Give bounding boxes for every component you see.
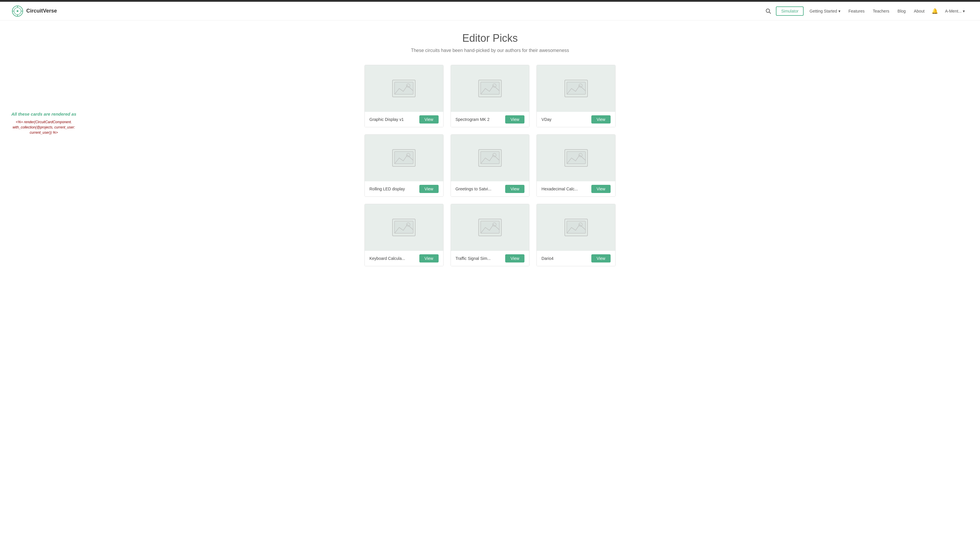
nav-about[interactable]: About <box>910 6 928 16</box>
card-footer: Spectrogram MK 2 View <box>451 112 530 127</box>
card-title: Hexadecimal Calc... <box>541 186 578 191</box>
card-footer: Graphic Display v1 View <box>365 112 443 127</box>
card-footer: Hexadecimal Calc... View <box>537 181 615 196</box>
circuit-card: Graphic Display v1 View <box>364 65 444 127</box>
card-view-button[interactable]: View <box>505 185 525 193</box>
card-placeholder-icon <box>392 216 415 239</box>
nav-links: Simulator Getting Started ▾ Features Tea… <box>763 6 968 17</box>
logo-text: CircuitVerse <box>26 8 57 14</box>
card-footer: Rolling LED display View <box>365 181 443 196</box>
svg-point-6 <box>17 10 18 12</box>
main-content: Editor Picks These circuits have been ha… <box>359 21 621 278</box>
search-icon[interactable] <box>763 6 773 16</box>
card-title: Dario4 <box>541 256 554 261</box>
circuit-card: Hexadecimal Calc... View <box>536 134 616 197</box>
card-title: VDay <box>541 117 551 122</box>
card-image <box>451 204 530 251</box>
sidebar-note: All these cards are rendered as <%= rend… <box>9 111 79 135</box>
card-title: Traffic Signal Sim... <box>455 256 491 261</box>
card-placeholder-icon <box>565 146 588 170</box>
circuit-card: Traffic Signal Sim... View <box>450 204 530 266</box>
page-subtitle: These circuits have been hand-picked by … <box>364 48 616 53</box>
card-placeholder-icon <box>565 216 588 239</box>
card-image <box>537 65 615 112</box>
card-view-button[interactable]: View <box>505 115 525 124</box>
nav-getting-started[interactable]: Getting Started ▾ <box>806 6 844 16</box>
card-title: Greetings to Satvi... <box>455 186 492 191</box>
circuit-card: Spectrogram MK 2 View <box>450 65 530 127</box>
card-image <box>451 65 530 112</box>
nav-features[interactable]: Features <box>845 6 868 16</box>
card-title: Keyboard Calcula... <box>369 256 405 261</box>
card-title: Spectrogram MK 2 <box>455 117 490 122</box>
card-view-button[interactable]: View <box>419 254 439 263</box>
card-placeholder-icon <box>478 216 502 239</box>
card-footer: Dario4 View <box>537 251 615 266</box>
card-view-button[interactable]: View <box>591 254 611 263</box>
card-image <box>365 65 443 112</box>
user-label: A-Ment... <box>945 9 962 13</box>
nav-logo[interactable]: CircuitVerse <box>12 5 57 17</box>
card-placeholder-icon <box>392 146 415 170</box>
user-menu[interactable]: A-Ment... ▾ <box>942 6 968 16</box>
nav-teachers[interactable]: Teachers <box>869 6 893 16</box>
card-placeholder-icon <box>478 146 502 170</box>
card-footer: Keyboard Calcula... View <box>365 251 443 266</box>
logo-icon <box>12 5 23 17</box>
circuit-card: Keyboard Calcula... View <box>364 204 444 266</box>
card-placeholder-icon <box>392 77 415 100</box>
card-view-button[interactable]: View <box>505 254 525 263</box>
page-title: Editor Picks <box>364 32 616 45</box>
card-view-button[interactable]: View <box>591 185 611 193</box>
card-view-button[interactable]: View <box>419 185 439 193</box>
card-footer: Greetings to Satvi... View <box>451 181 530 196</box>
card-view-button[interactable]: View <box>419 115 439 124</box>
card-view-button[interactable]: View <box>591 115 611 124</box>
navbar: CircuitVerse Simulator Getting Started ▾… <box>0 2 980 21</box>
card-footer: Traffic Signal Sim... View <box>451 251 530 266</box>
notification-bell-icon[interactable]: 🔔 <box>929 6 940 17</box>
card-image <box>537 135 615 181</box>
cards-grid: Graphic Display v1 View Spectrogram MK 2… <box>364 65 616 266</box>
card-image <box>365 135 443 181</box>
svg-line-8 <box>769 12 771 13</box>
nav-blog[interactable]: Blog <box>894 6 909 16</box>
sidebar-note-code: <%= render(CircuitCardComponent. with_co… <box>9 119 79 135</box>
circuit-card: Rolling LED display View <box>364 134 444 197</box>
circuit-card: VDay View <box>536 65 616 127</box>
simulator-button[interactable]: Simulator <box>776 6 803 16</box>
card-placeholder-icon <box>565 77 588 100</box>
sidebar-note-title: All these cards are rendered as <box>9 111 79 117</box>
card-image <box>365 204 443 251</box>
card-title: Graphic Display v1 <box>369 117 404 122</box>
card-footer: VDay View <box>537 112 615 127</box>
user-chevron-down-icon: ▾ <box>963 9 965 13</box>
card-image <box>537 204 615 251</box>
card-image <box>451 135 530 181</box>
chevron-down-icon: ▾ <box>838 9 840 13</box>
card-placeholder-icon <box>478 77 502 100</box>
circuit-card: Greetings to Satvi... View <box>450 134 530 197</box>
circuit-card: Dario4 View <box>536 204 616 266</box>
card-title: Rolling LED display <box>369 186 405 191</box>
